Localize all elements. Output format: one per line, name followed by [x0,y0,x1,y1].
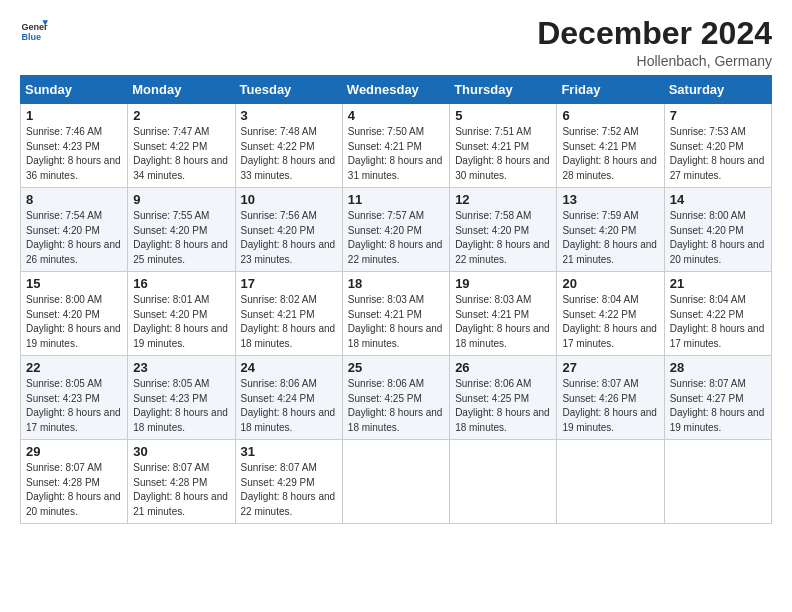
day-number: 15 [26,276,122,291]
day-number: 6 [562,108,658,123]
day-number: 13 [562,192,658,207]
cell-content: Sunrise: 8:06 AM Sunset: 4:25 PM Dayligh… [348,377,444,435]
cell-content: Sunrise: 7:50 AM Sunset: 4:21 PM Dayligh… [348,125,444,183]
cell-content: Sunrise: 7:57 AM Sunset: 4:20 PM Dayligh… [348,209,444,267]
cell-content: Sunrise: 7:52 AM Sunset: 4:21 PM Dayligh… [562,125,658,183]
logo-icon: General Blue [20,16,48,44]
calendar-cell: 2Sunrise: 7:47 AM Sunset: 4:22 PM Daylig… [128,104,235,188]
calendar-cell: 21Sunrise: 8:04 AM Sunset: 4:22 PM Dayli… [664,272,771,356]
calendar-cell: 19Sunrise: 8:03 AM Sunset: 4:21 PM Dayli… [450,272,557,356]
cell-content: Sunrise: 8:00 AM Sunset: 4:20 PM Dayligh… [670,209,766,267]
cell-content: Sunrise: 7:46 AM Sunset: 4:23 PM Dayligh… [26,125,122,183]
calendar-cell: 1Sunrise: 7:46 AM Sunset: 4:23 PM Daylig… [21,104,128,188]
cell-content: Sunrise: 7:48 AM Sunset: 4:22 PM Dayligh… [241,125,337,183]
day-number: 24 [241,360,337,375]
calendar-cell: 10Sunrise: 7:56 AM Sunset: 4:20 PM Dayli… [235,188,342,272]
day-number: 28 [670,360,766,375]
cell-content: Sunrise: 8:05 AM Sunset: 4:23 PM Dayligh… [133,377,229,435]
calendar-cell: 3Sunrise: 7:48 AM Sunset: 4:22 PM Daylig… [235,104,342,188]
day-number: 23 [133,360,229,375]
calendar-cell: 13Sunrise: 7:59 AM Sunset: 4:20 PM Dayli… [557,188,664,272]
cell-content: Sunrise: 7:54 AM Sunset: 4:20 PM Dayligh… [26,209,122,267]
day-number: 18 [348,276,444,291]
day-number: 2 [133,108,229,123]
month-title: December 2024 [537,16,772,51]
cell-content: Sunrise: 8:02 AM Sunset: 4:21 PM Dayligh… [241,293,337,351]
calendar-cell: 7Sunrise: 7:53 AM Sunset: 4:20 PM Daylig… [664,104,771,188]
day-header-monday: Monday [128,76,235,104]
cell-content: Sunrise: 8:06 AM Sunset: 4:25 PM Dayligh… [455,377,551,435]
cell-content: Sunrise: 8:05 AM Sunset: 4:23 PM Dayligh… [26,377,122,435]
cell-content: Sunrise: 8:01 AM Sunset: 4:20 PM Dayligh… [133,293,229,351]
cell-content: Sunrise: 8:04 AM Sunset: 4:22 PM Dayligh… [670,293,766,351]
calendar-cell: 25Sunrise: 8:06 AM Sunset: 4:25 PM Dayli… [342,356,449,440]
week-row-3: 15Sunrise: 8:00 AM Sunset: 4:20 PM Dayli… [21,272,772,356]
cell-content: Sunrise: 8:03 AM Sunset: 4:21 PM Dayligh… [455,293,551,351]
day-header-wednesday: Wednesday [342,76,449,104]
day-number: 11 [348,192,444,207]
calendar-cell: 26Sunrise: 8:06 AM Sunset: 4:25 PM Dayli… [450,356,557,440]
cell-content: Sunrise: 7:58 AM Sunset: 4:20 PM Dayligh… [455,209,551,267]
calendar-cell: 31Sunrise: 8:07 AM Sunset: 4:29 PM Dayli… [235,440,342,524]
calendar-cell: 4Sunrise: 7:50 AM Sunset: 4:21 PM Daylig… [342,104,449,188]
day-number: 29 [26,444,122,459]
cell-content: Sunrise: 7:55 AM Sunset: 4:20 PM Dayligh… [133,209,229,267]
calendar-cell: 9Sunrise: 7:55 AM Sunset: 4:20 PM Daylig… [128,188,235,272]
day-number: 1 [26,108,122,123]
calendar-cell [664,440,771,524]
day-number: 31 [241,444,337,459]
calendar-cell [342,440,449,524]
cell-content: Sunrise: 8:07 AM Sunset: 4:29 PM Dayligh… [241,461,337,519]
calendar-cell: 8Sunrise: 7:54 AM Sunset: 4:20 PM Daylig… [21,188,128,272]
header: General Blue December 2024 Hollenbach, G… [20,16,772,69]
cell-content: Sunrise: 7:51 AM Sunset: 4:21 PM Dayligh… [455,125,551,183]
calendar-cell [450,440,557,524]
day-header-tuesday: Tuesday [235,76,342,104]
calendar-cell: 11Sunrise: 7:57 AM Sunset: 4:20 PM Dayli… [342,188,449,272]
day-header-thursday: Thursday [450,76,557,104]
calendar-cell: 15Sunrise: 8:00 AM Sunset: 4:20 PM Dayli… [21,272,128,356]
cell-content: Sunrise: 8:03 AM Sunset: 4:21 PM Dayligh… [348,293,444,351]
cell-content: Sunrise: 7:53 AM Sunset: 4:20 PM Dayligh… [670,125,766,183]
day-number: 20 [562,276,658,291]
day-number: 25 [348,360,444,375]
day-number: 3 [241,108,337,123]
day-number: 14 [670,192,766,207]
cell-content: Sunrise: 8:07 AM Sunset: 4:27 PM Dayligh… [670,377,766,435]
day-number: 8 [26,192,122,207]
calendar-cell: 6Sunrise: 7:52 AM Sunset: 4:21 PM Daylig… [557,104,664,188]
day-header-sunday: Sunday [21,76,128,104]
day-header-saturday: Saturday [664,76,771,104]
calendar-cell [557,440,664,524]
day-number: 10 [241,192,337,207]
calendar-cell: 22Sunrise: 8:05 AM Sunset: 4:23 PM Dayli… [21,356,128,440]
calendar-cell: 29Sunrise: 8:07 AM Sunset: 4:28 PM Dayli… [21,440,128,524]
day-number: 26 [455,360,551,375]
day-number: 5 [455,108,551,123]
cell-content: Sunrise: 8:07 AM Sunset: 4:26 PM Dayligh… [562,377,658,435]
day-number: 12 [455,192,551,207]
day-header-friday: Friday [557,76,664,104]
day-number: 22 [26,360,122,375]
day-number: 17 [241,276,337,291]
cell-content: Sunrise: 7:56 AM Sunset: 4:20 PM Dayligh… [241,209,337,267]
week-row-1: 1Sunrise: 7:46 AM Sunset: 4:23 PM Daylig… [21,104,772,188]
calendar-cell: 5Sunrise: 7:51 AM Sunset: 4:21 PM Daylig… [450,104,557,188]
calendar-cell: 27Sunrise: 8:07 AM Sunset: 4:26 PM Dayli… [557,356,664,440]
calendar-cell: 28Sunrise: 8:07 AM Sunset: 4:27 PM Dayli… [664,356,771,440]
calendar-cell: 18Sunrise: 8:03 AM Sunset: 4:21 PM Dayli… [342,272,449,356]
day-number: 9 [133,192,229,207]
cell-content: Sunrise: 8:04 AM Sunset: 4:22 PM Dayligh… [562,293,658,351]
cell-content: Sunrise: 7:59 AM Sunset: 4:20 PM Dayligh… [562,209,658,267]
cell-content: Sunrise: 7:47 AM Sunset: 4:22 PM Dayligh… [133,125,229,183]
location: Hollenbach, Germany [537,53,772,69]
day-number: 21 [670,276,766,291]
calendar-cell: 30Sunrise: 8:07 AM Sunset: 4:28 PM Dayli… [128,440,235,524]
day-number: 27 [562,360,658,375]
cell-content: Sunrise: 8:07 AM Sunset: 4:28 PM Dayligh… [133,461,229,519]
calendar-cell: 17Sunrise: 8:02 AM Sunset: 4:21 PM Dayli… [235,272,342,356]
day-number: 16 [133,276,229,291]
calendar-cell: 24Sunrise: 8:06 AM Sunset: 4:24 PM Dayli… [235,356,342,440]
cell-content: Sunrise: 8:00 AM Sunset: 4:20 PM Dayligh… [26,293,122,351]
calendar-cell: 23Sunrise: 8:05 AM Sunset: 4:23 PM Dayli… [128,356,235,440]
